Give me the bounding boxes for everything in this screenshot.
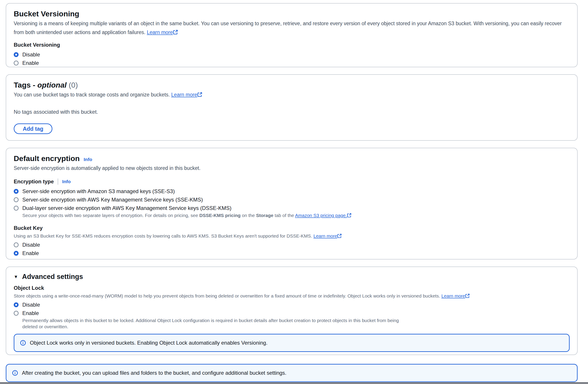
bucket-key-disable-radio[interactable]: Disable <box>14 241 570 249</box>
footer-alert-text: After creating the bucket, you can uploa… <box>22 369 287 377</box>
radio-unselected-icon[interactable] <box>14 206 19 211</box>
info-icon <box>20 340 26 346</box>
tags-description: You can use bucket tags to track storage… <box>14 90 570 99</box>
sse-s3-radio[interactable]: Server-side encryption with Amazon S3 ma… <box>14 187 570 196</box>
bucket-versioning-title: Bucket Versioning <box>14 9 570 19</box>
advanced-settings-card: ▼ Advanced settings Object Lock Store ob… <box>6 267 578 355</box>
default-encryption-card: Default encryption Info Server-side encr… <box>6 148 578 259</box>
bucket-versioning-radio-group: Disable Enable <box>14 50 570 67</box>
bucket-key-learn-more-link[interactable]: Learn more <box>314 233 342 238</box>
default-encryption-title: Default encryption <box>14 154 80 163</box>
default-encryption-description: Server-side encryption is automatically … <box>14 164 570 173</box>
versioning-enable-radio[interactable]: Enable <box>14 59 570 67</box>
object-lock-alert-text: Object Lock works only in versioned buck… <box>30 339 268 347</box>
add-tag-button[interactable]: Add tag <box>14 123 52 134</box>
viewport-bottom-divider <box>0 383 588 384</box>
object-lock-enable-note: Permanently allows objects in this bucke… <box>22 317 411 330</box>
encryption-type-label: Encryption type <box>14 178 54 185</box>
object-lock-info-alert: Object Lock works only in versioned buck… <box>14 334 570 352</box>
caret-down-icon[interactable]: ▼ <box>14 272 18 281</box>
radio-selected-icon[interactable] <box>14 251 19 256</box>
bucket-key-radio-group: Disable Enable <box>14 241 570 257</box>
bucket-versioning-field-label: Bucket Versioning <box>14 41 570 49</box>
radio-selected-icon[interactable] <box>14 189 19 194</box>
encryption-type-radio-group: Server-side encryption with Amazon S3 ma… <box>14 187 570 219</box>
external-link-icon[interactable] <box>197 92 202 97</box>
object-lock-learn-more-link[interactable]: Learn more <box>441 293 470 298</box>
object-lock-label: Object Lock <box>14 284 570 292</box>
tags-count: (0) <box>69 81 78 89</box>
radio-unselected-icon[interactable] <box>14 197 19 202</box>
info-icon <box>12 370 18 376</box>
create-bucket-form: Bucket Versioning Versioning is a means … <box>6 3 578 382</box>
external-link-icon[interactable] <box>173 30 178 35</box>
radio-selected-icon[interactable] <box>14 302 19 307</box>
dsse-kms-description: Secure your objects with two separate la… <box>22 212 411 219</box>
object-lock-enable-radio[interactable]: Enable <box>14 309 570 317</box>
object-lock-description: Store objects using a write-once-read-ma… <box>14 293 570 299</box>
bucket-key-enable-radio[interactable]: Enable <box>14 249 570 257</box>
label-divider <box>58 179 58 185</box>
tags-card: Tags - optional (0) You can use bucket t… <box>6 74 578 141</box>
object-lock-disable-radio[interactable]: Disable <box>14 301 570 309</box>
radio-unselected-icon[interactable] <box>14 242 19 247</box>
encryption-type-info-link[interactable]: Info <box>62 179 70 184</box>
versioning-learn-more-link[interactable]: Learn more <box>147 29 178 35</box>
s3-pricing-page-link[interactable]: Amazon S3 pricing page. <box>295 213 352 218</box>
bucket-key-label: Bucket Key <box>14 224 570 232</box>
external-link-icon[interactable] <box>347 213 352 218</box>
radio-unselected-icon[interactable] <box>14 311 19 316</box>
versioning-disable-radio[interactable]: Disable <box>14 50 570 59</box>
bucket-key-description: Using an S3 Bucket Key for SSE-KMS reduc… <box>14 233 570 239</box>
tags-title: Tags - optional (0) <box>14 80 570 90</box>
footer-info-alert: After creating the bucket, you can uploa… <box>6 364 578 382</box>
external-link-icon[interactable] <box>465 294 470 298</box>
bucket-versioning-card: Bucket Versioning Versioning is a means … <box>6 3 578 67</box>
radio-selected-icon[interactable] <box>14 52 19 57</box>
radio-unselected-icon[interactable] <box>14 61 19 66</box>
object-lock-radio-group: Disable Enable Permanently allows object… <box>14 301 570 330</box>
default-encryption-info-link[interactable]: Info <box>84 157 92 162</box>
encryption-type-label-row: Encryption type Info <box>14 178 570 185</box>
tags-empty-message: No tags associated with this bucket. <box>14 109 570 115</box>
dsse-kms-radio[interactable]: Dual-layer server-side encryption with A… <box>14 204 570 212</box>
external-link-icon[interactable] <box>337 234 342 238</box>
bucket-versioning-description: Versioning is a means of keeping multipl… <box>14 19 570 37</box>
sse-kms-radio[interactable]: Server-side encryption with AWS Key Mana… <box>14 196 570 204</box>
advanced-settings-expander[interactable]: ▼ Advanced settings <box>14 272 570 281</box>
tags-learn-more-link[interactable]: Learn more <box>171 92 203 98</box>
